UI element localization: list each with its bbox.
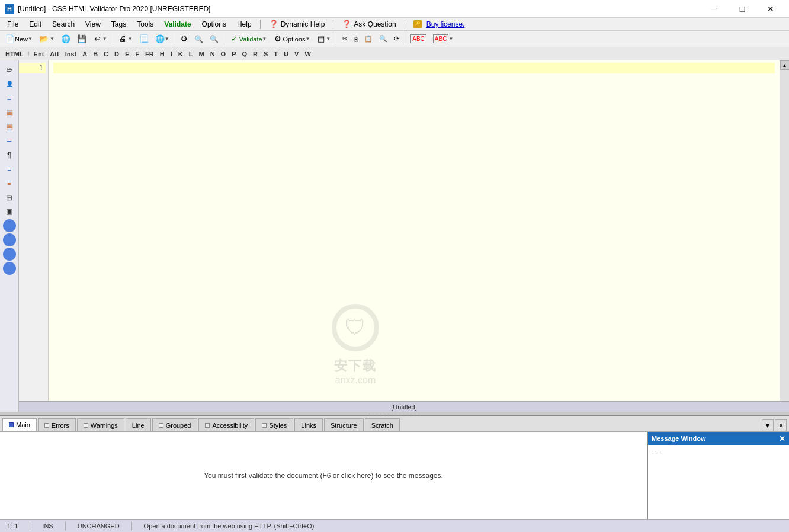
html-tb-v[interactable]: V [293, 50, 300, 58]
html-tb-l[interactable]: L [187, 50, 195, 58]
new-button[interactable]: 📄 New ▼ [2, 32, 36, 46]
html-tb-d[interactable]: D [113, 50, 121, 58]
html-tb-i[interactable]: I [169, 50, 174, 58]
sidebar-btn-grid[interactable]: ⊞ [2, 191, 17, 204]
validate-dropdown-arrow[interactable]: ▼ [262, 36, 267, 41]
sidebar-btn-para[interactable]: ¶ [2, 148, 17, 161]
tools-btn-1[interactable]: ⚙ [178, 32, 191, 46]
html-tb-q[interactable]: Q [240, 50, 249, 58]
spell-button[interactable]: ABC [408, 32, 429, 46]
tab-scratch[interactable]: Scratch [365, 418, 400, 431]
sidebar-btn-blue2[interactable] [3, 233, 16, 246]
new-dropdown-arrow[interactable]: ▼ [28, 36, 33, 41]
sidebar-btn-list3[interactable]: ▤ [2, 120, 17, 133]
tab-errors[interactable]: Errors [38, 418, 76, 431]
menu-options[interactable]: Options [197, 19, 231, 30]
validate-button[interactable]: ✓ Validate ▼ [227, 32, 270, 46]
menu-ask-question[interactable]: ❓ Ask Question [337, 18, 400, 30]
html-tb-t[interactable]: T [272, 50, 280, 58]
sidebar-btn-square[interactable]: ▣ [2, 205, 17, 218]
html-tb-h[interactable]: H [158, 50, 166, 58]
tab-close-button[interactable]: ✕ [775, 419, 787, 431]
sidebar-btn-blue1[interactable] [3, 219, 16, 232]
options-dropdown-arrow[interactable]: ▼ [305, 36, 310, 41]
tab-structure[interactable]: Structure [324, 418, 364, 431]
tab-warnings[interactable]: Warnings [77, 418, 124, 431]
tools-btn-2[interactable]: 🔍 [191, 32, 206, 46]
menu-help[interactable]: Help [232, 19, 256, 30]
open-dropdown-arrow[interactable]: ▼ [50, 36, 54, 41]
scroll-up-btn[interactable]: ▲ [780, 60, 790, 70]
menu-validate[interactable]: Validate [159, 19, 195, 30]
message-window-close[interactable]: ✕ [779, 434, 785, 443]
print-dropdown-arrow[interactable]: ▼ [128, 36, 133, 41]
menu-tags[interactable]: Tags [107, 19, 131, 30]
menu-buy-license[interactable]: 🔑 Buy license. [409, 18, 472, 31]
menu-edit[interactable]: Edit [24, 19, 46, 30]
spell2-dropdown-arrow[interactable]: ▼ [448, 36, 453, 41]
html-tb-w[interactable]: W [303, 50, 312, 58]
html-tb-ent[interactable]: Ent [32, 50, 46, 58]
maximize-button[interactable]: □ [729, 0, 756, 18]
menu-tools[interactable]: Tools [132, 19, 158, 30]
sidebar-btn-blue4[interactable] [3, 262, 16, 275]
tab-styles[interactable]: Styles [255, 418, 293, 431]
sidebar-btn-list4[interactable]: ≡ [2, 162, 17, 175]
spell2-button[interactable]: ABC ▼ [430, 32, 456, 46]
bottom-main[interactable]: You must first validate the document (F6… [0, 432, 647, 519]
html-tb-p[interactable]: P [230, 50, 238, 58]
cut-button[interactable]: ✂ [339, 32, 350, 46]
tab-main[interactable]: Main [2, 418, 37, 431]
open-web-button[interactable]: 🌐 [58, 32, 73, 46]
menu-search[interactable]: Search [47, 19, 79, 30]
sidebar-btn-folder[interactable]: 🗁 [2, 63, 17, 76]
more-button[interactable]: ▤ ▼ [313, 32, 333, 46]
preview-dropdown-arrow[interactable]: ▼ [165, 36, 169, 41]
html-tb-k[interactable]: K [177, 50, 185, 58]
print-button[interactable]: 🖨 ▼ [116, 32, 136, 46]
html-tb-att[interactable]: Att [48, 50, 60, 58]
print2-button[interactable]: 📃 [136, 32, 152, 46]
preview-button[interactable]: 🌐 ▼ [152, 32, 172, 46]
menu-file[interactable]: File [2, 19, 23, 30]
sidebar-btn-blue3[interactable] [3, 248, 16, 261]
html-tb-u[interactable]: U [282, 50, 290, 58]
minimize-button[interactable]: ─ [700, 0, 727, 18]
html-tb-inst[interactable]: Inst [63, 50, 79, 58]
find-button[interactable]: 🔍 [376, 32, 390, 46]
tab-dropdown-button[interactable]: ▼ [762, 419, 774, 431]
paste-button[interactable]: 📋 [361, 32, 376, 46]
html-tb-html[interactable]: HTML [4, 50, 25, 58]
editor-content[interactable] [49, 60, 780, 401]
sidebar-btn-list1[interactable]: ≡ [2, 91, 17, 104]
tab-grouped[interactable]: Grouped [152, 418, 198, 431]
html-tb-f[interactable]: F [133, 50, 141, 58]
tools-btn-3[interactable]: 🔍 [207, 32, 222, 46]
tab-links[interactable]: Links [294, 418, 323, 431]
html-tb-s[interactable]: S [262, 50, 270, 58]
html-tb-b[interactable]: B [91, 50, 100, 58]
html-tb-fr[interactable]: FR [143, 50, 156, 58]
save-button[interactable]: 💾 [74, 32, 89, 46]
tab-accessibility[interactable]: Accessibility [198, 418, 254, 431]
html-tb-c[interactable]: C [102, 50, 110, 58]
copy-button[interactable]: ⎘ [351, 32, 361, 46]
menu-dynamic-help[interactable]: ❓ Dynamic Help [264, 18, 330, 30]
html-tb-m[interactable]: M [197, 50, 206, 58]
tab-line[interactable]: Line [126, 418, 151, 431]
open-button[interactable]: 📂 ▼ [36, 32, 57, 46]
sidebar-btn-user[interactable]: 👤 [2, 77, 17, 90]
html-tb-a[interactable]: A [81, 50, 89, 58]
undo-dropdown-arrow[interactable]: ▼ [102, 36, 107, 41]
html-tb-o[interactable]: O [219, 50, 228, 58]
sidebar-btn-list2[interactable]: ▤ [2, 105, 17, 118]
more-dropdown-arrow[interactable]: ▼ [326, 36, 331, 41]
close-button[interactable]: ✕ [757, 0, 784, 18]
menu-view[interactable]: View [81, 19, 105, 30]
replace-button[interactable]: ⟳ [391, 32, 402, 46]
sidebar-btn-list5[interactable]: ≡ [2, 177, 17, 190]
html-tb-n[interactable]: N [209, 50, 217, 58]
options-button[interactable]: ⚙ Options ▼ [270, 32, 313, 46]
undo-button[interactable]: ↩ ▼ [90, 32, 110, 46]
sidebar-btn-eq[interactable]: ═ [2, 134, 17, 147]
